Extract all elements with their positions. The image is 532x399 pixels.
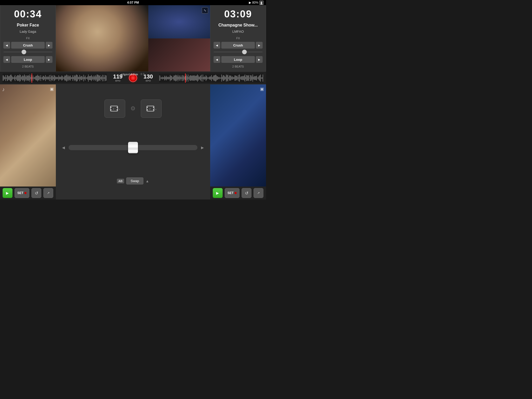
left-play-button[interactable]: ▶ [3,188,12,198]
right-loop-prev-button[interactable]: ◀ [214,56,220,63]
right-thumbnail: ▣ [210,84,266,187]
left-loop-prev-button[interactable]: ◀ [3,56,10,63]
right-loop-name-button[interactable]: Loop [221,56,255,63]
svg-rect-9 [153,107,154,108]
right-deck-timer: 03:09 [224,9,252,20]
waveform-left[interactable] [3,74,107,83]
crossfader-right-arrow[interactable]: ▶ [200,144,205,151]
right-panel: ▣ ▶ SET ↺ ↗ [210,84,266,200]
riddim-text: riddim [128,73,138,76]
left-deck-title: Poker Face [17,23,39,28]
right-film-strip-icon: ▣ [260,87,264,91]
svg-rect-3 [110,109,111,110]
video-right-top [148,5,210,38]
expand-button[interactable]: ⤡ [202,7,208,14]
right-fx-slider[interactable] [214,51,263,53]
svg-rect-11 [153,109,154,110]
algo-text: algo [121,73,128,76]
left-set-label: SET [17,191,23,195]
center-controls: ♪ ♩ ⚙ ♪ ♩ [56,84,210,200]
video-right-bottom [148,38,210,72]
status-time: 4:07 PM [127,1,139,4]
ab-text: AB [118,179,123,183]
right-fx-name-button[interactable]: Crush [221,42,255,49]
left-fx-label: FX [26,37,30,40]
right-loop-control: ◀ Loop ▶ [214,56,263,63]
left-fx-slider[interactable] [3,51,52,53]
left-fx-slider-track [3,51,52,52]
left-fx-prev-button[interactable]: ◀ [3,42,10,49]
right-play-button[interactable]: ▶ [213,188,223,198]
ab-badge: AB [117,179,124,183]
right-fx-next-button[interactable]: ▶ [256,42,263,49]
left-deck-panel: 00:34 Poker Face Lady Gaga FX ◀ Crush ▶ … [0,5,56,71]
media-control-row: ♪ ♩ ⚙ ♪ ♩ [104,99,162,118]
lmfao-video-top [148,5,210,38]
svg-rect-2 [117,107,118,108]
swap-row: AB Swap ▲ [117,177,149,184]
right-fx-control: ◀ Crush ▶ [214,42,263,49]
left-deck-artist: Lady Gaga [20,30,36,34]
right-bpm-unit: BPM [146,79,151,82]
video-display: ⤡ [56,5,210,71]
gaga-video [56,5,148,71]
right-redo-button[interactable]: ↺ [242,188,251,198]
left-scratch-button[interactable]: ↗ [43,188,53,198]
right-loop-next-button[interactable]: ▶ [256,56,263,63]
battery-level: 80% [252,1,258,4]
crossfader-thumb[interactable] [128,142,138,153]
svg-text:♪: ♪ [149,107,151,110]
film-music-left-icon: ♪ ♩ [110,104,120,113]
left-set-button[interactable]: SET [15,188,29,198]
waveform-right[interactable] [159,74,263,83]
main-container: 00:34 Poker Face Lady Gaga FX ◀ Crush ▶ … [0,5,266,200]
left-fx-control: ◀ Crush ▶ [3,42,52,49]
svg-text:♩: ♩ [119,106,120,110]
right-fx-slider-thumb[interactable] [242,50,247,54]
right-set-dot [235,192,237,194]
right-set-button[interactable]: SET [225,188,240,198]
gear-icon: ⚙ [130,105,136,112]
left-fx-slider-thumb[interactable] [22,50,26,54]
right-fx-label: FX [236,37,240,40]
left-deck-timer: 00:34 [14,9,42,20]
waveform-section: algoriddim ⠿⠿ 119 BPM 130 BPM [0,71,266,84]
left-fx-next-button[interactable]: ▶ [46,42,52,49]
video-left [56,5,148,71]
left-beats-label: 2 BEATS [22,65,34,68]
crossfader-track[interactable] [69,145,197,150]
svg-rect-1 [110,107,111,108]
left-music-note-icon: ♪ [2,87,5,92]
right-deck-title: Champagne Show... [218,23,258,28]
left-redo-button[interactable]: ↺ [31,188,41,198]
swap-up-arrow[interactable]: ▲ [145,179,149,183]
svg-rect-4 [117,109,118,110]
left-loop-next-button[interactable]: ▶ [46,56,52,63]
top-section: 00:34 Poker Face Lady Gaga FX ◀ Crush ▶ … [0,5,266,71]
right-scratch-button[interactable]: ↗ [254,188,263,198]
left-fx-name-button[interactable]: Crush [11,42,45,49]
status-bar: 4:07 PM ▶ 80% ▓ [0,0,266,5]
right-beats-label: 2 BEATS [232,65,244,68]
right-thumb-panel: ▣ ▶ SET ↺ ↗ [210,84,266,200]
svg-text:♩: ♩ [155,106,156,110]
left-thumbnail: ♪ ▣ [0,84,56,187]
left-loop-name-button[interactable]: Loop [11,56,45,63]
status-right: ▶ 80% ▓ [249,1,263,5]
svg-rect-8 [147,107,148,108]
video-right [148,5,210,71]
crossfader-left-arrow[interactable]: ◀ [61,144,66,151]
left-media-button[interactable]: ♪ ♩ [104,99,125,118]
svg-text:♪: ♪ [113,107,114,110]
right-deck-panel: 03:09 Champagne Show... LMFAO FX ◀ Crush… [210,5,266,71]
right-media-button[interactable]: ♪ ♩ [141,99,162,118]
swap-button[interactable]: Swap [126,177,144,184]
bottom-section: ♪ ▣ ▶ SET ↺ ↗ [0,84,266,200]
left-thumb-panel: ♪ ▣ ▶ SET ↺ ↗ [0,84,56,200]
algo-logo: algoriddim ⠿⠿ [121,73,145,76]
right-fx-slider-track [214,51,263,52]
left-controls-bar: ▶ SET ↺ ↗ [0,187,56,200]
left-loop-control: ◀ Loop ▶ [3,56,52,63]
right-fx-prev-button[interactable]: ◀ [214,42,220,49]
film-music-right-icon: ♪ ♩ [146,104,156,113]
